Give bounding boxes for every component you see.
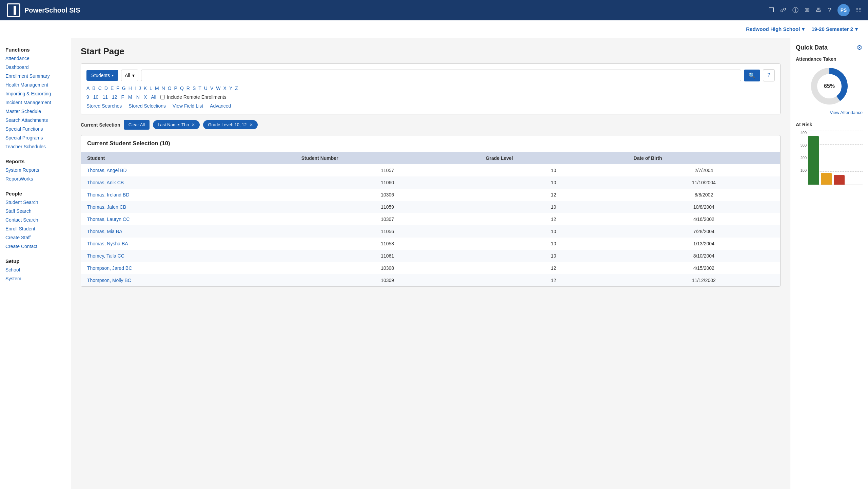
student-name[interactable]: Thomas, Jalen CB xyxy=(81,201,295,213)
remote-enrollment-checkbox[interactable]: Include Remote Enrollments xyxy=(160,94,226,100)
remote-enrollment-input[interactable] xyxy=(160,95,165,99)
grade-X[interactable]: X xyxy=(144,94,147,100)
grade-F[interactable]: F xyxy=(121,94,124,100)
clear-all-button[interactable]: Clear All xyxy=(124,120,150,130)
filter-lastname-remove[interactable]: ✕ xyxy=(192,123,195,127)
grade-M[interactable]: M xyxy=(128,94,132,100)
sidebar-item-attendance[interactable]: Attendance xyxy=(0,54,71,63)
sidebar-item-special-programs[interactable]: Special Programs xyxy=(0,133,71,142)
student-name[interactable]: Thomas, Nysha BA xyxy=(81,238,295,250)
grade-All[interactable]: All xyxy=(151,94,156,100)
sidebar-item-contact-search[interactable]: Contact Search xyxy=(0,215,71,224)
alpha-Q[interactable]: Q xyxy=(180,86,184,91)
sidebar-item-search-attachments[interactable]: Search Attachments xyxy=(0,116,71,125)
grade-9[interactable]: 9 xyxy=(86,94,89,100)
sidebar-item-reportworks[interactable]: ReportWorks xyxy=(0,174,71,183)
semester-selector[interactable]: 19-20 Semester 2 ▾ xyxy=(811,26,858,32)
student-name[interactable]: Thomas, Anik CB xyxy=(81,176,295,189)
avatar[interactable]: PS xyxy=(837,4,850,16)
view-attendance-link[interactable]: View Attendance xyxy=(796,110,863,115)
alpha-H[interactable]: H xyxy=(129,86,132,91)
student-name[interactable]: Thomas, Ireland BD xyxy=(81,189,295,201)
student-name[interactable]: Thompson, Molly BC xyxy=(81,274,295,286)
alpha-D[interactable]: D xyxy=(104,86,108,91)
student-name[interactable]: Thomas, Lauryn CC xyxy=(81,213,295,225)
info-icon[interactable]: ⓘ xyxy=(792,6,798,14)
alpha-A[interactable]: A xyxy=(86,86,90,91)
alpha-K[interactable]: K xyxy=(144,86,147,91)
grade-select[interactable]: All ▾ xyxy=(121,70,138,81)
alpha-C[interactable]: C xyxy=(98,86,102,91)
alpha-O[interactable]: O xyxy=(168,86,172,91)
sidebar-item-incident-management[interactable]: Incident Management xyxy=(0,98,71,107)
student-number: 10309 xyxy=(295,274,480,286)
sidebar-item-school[interactable]: School xyxy=(0,265,71,274)
student-name[interactable]: Thompson, Jared BC xyxy=(81,262,295,274)
search-help-button[interactable]: ? xyxy=(763,69,775,81)
alpha-M[interactable]: M xyxy=(155,86,159,91)
search-input[interactable] xyxy=(141,70,741,81)
alpha-S[interactable]: S xyxy=(193,86,196,91)
edit-icon[interactable]: ❐ xyxy=(769,6,774,14)
grade-N[interactable]: N xyxy=(136,94,140,100)
student-name[interactable]: Thomas, Mia BA xyxy=(81,225,295,238)
alpha-J[interactable]: J xyxy=(139,86,141,91)
student-name[interactable]: Thomey, Taila CC xyxy=(81,250,295,262)
sidebar-item-health-management[interactable]: Health Management xyxy=(0,80,71,89)
alpha-L[interactable]: L xyxy=(150,86,152,91)
alpha-P[interactable]: P xyxy=(174,86,177,91)
sidebar-item-staff-search[interactable]: Staff Search xyxy=(0,207,71,215)
sidebar-item-special-functions[interactable]: Special Functions xyxy=(0,125,71,133)
print-icon[interactable]: 🖶 xyxy=(816,7,822,14)
filter-tag-grade: Grade Level: 10, 12 ✕ xyxy=(203,120,257,129)
sidebar-item-master-schedule[interactable]: Master Schedule xyxy=(0,107,71,116)
grade-11[interactable]: 11 xyxy=(102,94,108,100)
alpha-E[interactable]: E xyxy=(111,86,114,91)
filter-grade-remove[interactable]: ✕ xyxy=(250,123,253,127)
alpha-Z[interactable]: Z xyxy=(235,86,238,91)
alpha-N[interactable]: N xyxy=(162,86,165,91)
student-number: 11058 xyxy=(295,238,480,250)
student-dob: 11/12/2002 xyxy=(628,274,780,286)
sidebar-item-dashboard[interactable]: Dashboard xyxy=(0,63,71,72)
stored-searches-link[interactable]: Stored Searches xyxy=(86,103,122,109)
sidebar-item-create-staff[interactable]: Create Staff xyxy=(0,233,71,242)
alpha-G[interactable]: G xyxy=(122,86,126,91)
alpha-U[interactable]: U xyxy=(204,86,208,91)
alpha-W[interactable]: W xyxy=(216,86,220,91)
help-icon[interactable]: ? xyxy=(828,7,831,14)
sidebar-item-teacher-schedules[interactable]: Teacher Schedules xyxy=(0,142,71,151)
alpha-I[interactable]: I xyxy=(135,86,136,91)
sidebar-item-system[interactable]: System xyxy=(0,274,71,283)
alpha-F[interactable]: F xyxy=(116,86,119,91)
alpha-V[interactable]: V xyxy=(210,86,213,91)
grid-icon[interactable]: ☷ xyxy=(856,6,861,14)
search-type-button[interactable]: Students ▾ xyxy=(86,70,118,81)
sidebar-item-enroll-student[interactable]: Enroll Student xyxy=(0,224,71,233)
sidebar-item-importing-exporting[interactable]: Importing & Exporting xyxy=(0,89,71,98)
sub-header: Redwood High School ▾ 19-20 Semester 2 ▾ xyxy=(0,20,868,38)
alpha-B[interactable]: B xyxy=(92,86,95,91)
table-row: Thompson, Molly BC 10309 12 11/12/2002 xyxy=(81,274,780,286)
alpha-R[interactable]: R xyxy=(186,86,190,91)
sidebar-item-system-reports[interactable]: System Reports xyxy=(0,166,71,174)
grade-12[interactable]: 12 xyxy=(112,94,117,100)
school-selector[interactable]: Redwood High School ▾ xyxy=(746,26,805,32)
gear-icon[interactable]: ⚙ xyxy=(856,43,863,52)
page-title: Start Page xyxy=(81,46,781,57)
student-grade: 10 xyxy=(480,238,628,250)
mail-icon[interactable]: ✉ xyxy=(805,6,810,14)
translate-icon[interactable]: ☍ xyxy=(780,6,786,14)
sidebar-item-student-search[interactable]: Student Search xyxy=(0,198,71,207)
alpha-Y[interactable]: Y xyxy=(229,86,232,91)
sidebar-item-create-contact[interactable]: Create Contact xyxy=(0,242,71,251)
sidebar-item-enrollment-summary[interactable]: Enrollment Summary xyxy=(0,72,71,80)
view-field-list-link[interactable]: View Field List xyxy=(173,103,203,109)
search-button[interactable]: 🔍 xyxy=(744,70,760,81)
student-name[interactable]: Thomas, Angel BD xyxy=(81,164,295,176)
grade-10[interactable]: 10 xyxy=(93,94,99,100)
stored-selections-link[interactable]: Stored Selections xyxy=(129,103,166,109)
alpha-T[interactable]: T xyxy=(198,86,201,91)
advanced-link[interactable]: Advanced xyxy=(210,103,231,109)
alpha-X[interactable]: X xyxy=(223,86,226,91)
